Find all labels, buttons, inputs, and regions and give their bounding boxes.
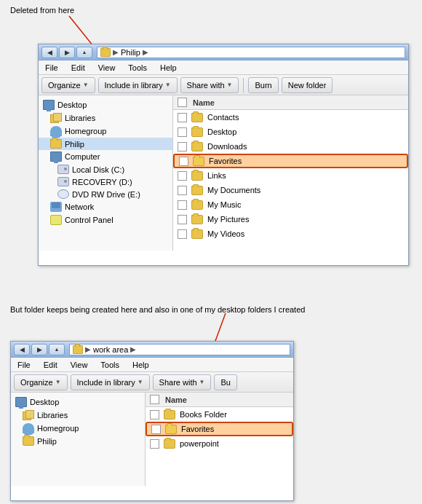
menu-edit-2[interactable]: Edit — [40, 360, 61, 370]
content-area-2: Desktop Libraries Homegroup Philip Name — [11, 393, 293, 486]
annotation-bottom: But folder keeps being created here and … — [10, 304, 403, 315]
forward-button-2[interactable]: ▶ — [31, 344, 47, 355]
file-checkbox-contacts[interactable] — [178, 113, 187, 122]
organize-button-2[interactable]: Organize ▼ — [14, 374, 68, 390]
file-checkbox-downloads[interactable] — [178, 142, 187, 151]
file-name-powerpoint: powerpoint — [180, 439, 219, 448]
nav-computer-1[interactable]: Computer — [39, 150, 172, 163]
nav-homegroup-1[interactable]: Homegroup — [39, 125, 172, 138]
menu-edit-1[interactable]: Edit — [68, 63, 89, 73]
file-checkbox-links[interactable] — [178, 171, 187, 181]
dvd-icon-1 — [57, 189, 69, 199]
nav-network-1[interactable]: Network — [39, 200, 172, 213]
back-button-2[interactable]: ◀ — [14, 344, 30, 355]
toolbar-sep-1 — [243, 78, 244, 92]
new-folder-button-1[interactable]: New folder — [282, 77, 333, 93]
address-bar-2[interactable]: ▶ work area ▶ — [69, 344, 290, 355]
share-with-button-2[interactable]: Share with ▼ — [153, 374, 212, 390]
menubar-1: File Edit View Tools Help — [39, 60, 408, 75]
explorer-window-2: ◀ ▶ ▲ ▶ work area ▶ File Edit View Tools… — [10, 341, 294, 501]
nav-local-disk-1[interactable]: Local Disk (C:) — [39, 163, 172, 176]
share-with-button-1[interactable]: Share with ▼ — [180, 77, 239, 93]
file-row-favorites-1[interactable]: Favorites — [173, 154, 408, 168]
menu-tools-2[interactable]: Tools — [97, 360, 123, 370]
up-button-1[interactable]: ▲ — [76, 47, 92, 58]
include-library-button-1[interactable]: Include in library ▼ — [98, 77, 178, 93]
homegroup-icon-1 — [50, 126, 62, 136]
library-dropdown-arrow-1: ▼ — [165, 82, 171, 88]
toolbar-1: Organize ▼ Include in library ▼ Share wi… — [39, 75, 408, 95]
monitor-icon-2 — [15, 397, 27, 407]
file-checkbox-myvideos[interactable] — [178, 229, 187, 239]
file-checkbox-favorites-2[interactable] — [151, 425, 161, 434]
nav-desktop-2[interactable]: Desktop — [11, 395, 145, 409]
file-checkbox-books[interactable] — [150, 410, 159, 420]
file-checkbox-mymusic[interactable] — [178, 200, 187, 210]
burn-button-1[interactable]: Burn — [248, 77, 278, 93]
menu-help-2[interactable]: Help — [129, 360, 153, 370]
file-checkbox-powerpoint[interactable] — [150, 439, 159, 449]
file-panel-2: Name Books Folder Favorites powerpoint — [146, 393, 293, 486]
up-button-2[interactable]: ▲ — [49, 344, 65, 355]
organize-dropdown-arrow-2: ▼ — [55, 379, 61, 385]
header-checkbox-1[interactable] — [178, 98, 187, 107]
nav-philip-1[interactable]: Philip — [39, 138, 172, 150]
menu-file-1[interactable]: File — [41, 63, 62, 73]
file-row-downloads-1[interactable]: Downloads — [173, 139, 408, 154]
folder-icon-desktop — [191, 127, 203, 137]
forward-button-1[interactable]: ▶ — [59, 47, 75, 58]
file-row-mypictures-1[interactable]: My Pictures — [173, 212, 408, 227]
nav-dvd-1[interactable]: DVD RW Drive (E:) — [39, 188, 172, 200]
menu-view-1[interactable]: View — [95, 63, 119, 73]
file-row-books-2[interactable]: Books Folder — [146, 407, 293, 422]
file-row-powerpoint-2[interactable]: powerpoint — [146, 436, 293, 451]
control-panel-icon-1 — [50, 215, 62, 225]
nav-homegroup-2[interactable]: Homegroup — [11, 422, 145, 435]
file-checkbox-favorites[interactable] — [179, 157, 188, 166]
share-dropdown-arrow-1: ▼ — [227, 82, 233, 88]
file-row-favorites-2[interactable]: Favorites — [146, 422, 293, 436]
nav-desktop-1[interactable]: Desktop — [39, 98, 172, 111]
menubar-2: File Edit View Tools Help — [11, 358, 293, 372]
folder-icon-favorites-2 — [165, 425, 177, 434]
file-checkbox-mypictures[interactable] — [178, 215, 187, 224]
organize-dropdown-arrow-1: ▼ — [83, 82, 89, 88]
folder-icon-favorites — [193, 157, 204, 166]
folder-icon-links — [191, 171, 203, 181]
nav-philip-2[interactable]: Philip — [11, 435, 145, 447]
share-dropdown-arrow-2: ▼ — [199, 379, 205, 385]
menu-tools-1[interactable]: Tools — [124, 63, 151, 73]
file-row-myvideos-1[interactable]: My Videos — [173, 227, 408, 241]
file-header-name-2: Name — [165, 395, 187, 404]
include-library-button-2[interactable]: Include in library ▼ — [71, 374, 150, 390]
titlebar-nav-1: ◀ ▶ ▲ — [41, 47, 92, 58]
menu-help-1[interactable]: Help — [156, 63, 180, 73]
library-icon-1 — [50, 113, 62, 123]
file-name-mydocs: My Documents — [207, 186, 260, 194]
file-row-mymusic-1[interactable]: My Music — [173, 197, 408, 212]
header-checkbox-2[interactable] — [150, 395, 159, 404]
path-sep-3: ▶ — [85, 345, 91, 353]
organize-button-1[interactable]: Organize ▼ — [41, 77, 95, 93]
file-checkbox-desktop[interactable] — [178, 127, 187, 137]
file-name-links: Links — [207, 171, 226, 180]
file-row-mydocs-1[interactable]: My Documents — [173, 183, 408, 197]
file-row-contacts-1[interactable]: Contacts — [173, 110, 408, 125]
file-row-desktop-1[interactable]: Desktop — [173, 125, 408, 139]
file-row-links-1[interactable]: Links — [173, 168, 408, 183]
nav-control-panel-1[interactable]: Control Panel — [39, 213, 172, 227]
burn-button-2[interactable]: Bu — [214, 374, 236, 390]
annotation-top: Deleted from here — [10, 6, 74, 15]
titlebar-1: ◀ ▶ ▲ ▶ Philip ▶ — [39, 44, 408, 60]
nav-libraries-1[interactable]: Libraries — [39, 111, 172, 125]
nav-libraries-2[interactable]: Libraries — [11, 409, 145, 422]
nav-recovery-1[interactable]: RECOVERY (D:) — [39, 176, 172, 188]
folder-icon-powerpoint — [164, 439, 175, 449]
back-button-1[interactable]: ◀ — [41, 47, 57, 58]
menu-file-2[interactable]: File — [14, 360, 34, 370]
path-label-1: Philip — [121, 48, 140, 57]
address-bar-1[interactable]: ▶ Philip ▶ — [97, 47, 405, 58]
menu-view-2[interactable]: View — [67, 360, 92, 370]
file-checkbox-mydocs[interactable] — [178, 186, 187, 195]
path-sep-4: ▶ — [130, 345, 136, 353]
